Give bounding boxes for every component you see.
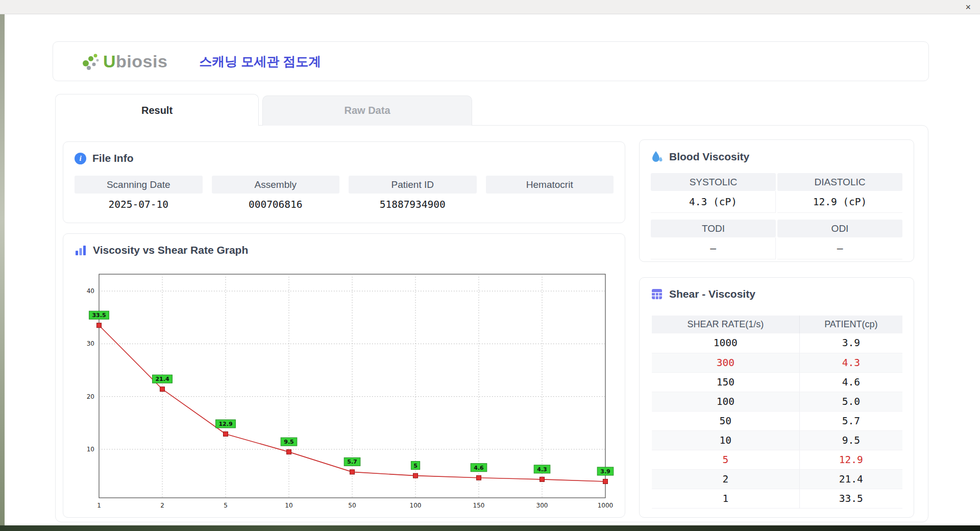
app-window: Ubiosis 스캐닝 모세관 점도계 ResultRaw Data i Fil… bbox=[5, 14, 980, 525]
bv-value: 12.9 (cP) bbox=[777, 191, 902, 213]
app-logo: Ubiosis bbox=[79, 51, 167, 71]
shear-rate-cell: 150 bbox=[652, 372, 799, 392]
table-icon bbox=[651, 288, 663, 300]
window-titlebar: × bbox=[0, 0, 980, 14]
bar-chart-icon bbox=[75, 244, 87, 256]
bv-value: – bbox=[777, 237, 902, 259]
shear-table-header: SHEAR RATE(1/s) bbox=[652, 316, 799, 333]
field-label: Patient ID bbox=[349, 176, 477, 194]
svg-text:4.3: 4.3 bbox=[537, 466, 547, 473]
svg-text:20: 20 bbox=[87, 393, 94, 400]
blood-viscosity-title: Blood Viscosity bbox=[669, 151, 749, 163]
svg-text:12.9: 12.9 bbox=[218, 421, 232, 427]
patient-cell: 4.6 bbox=[799, 372, 902, 392]
bv-label: ODI bbox=[777, 220, 902, 237]
table-row: 109.5 bbox=[652, 430, 902, 450]
shear-rate-cell: 1000 bbox=[652, 333, 799, 353]
blood-viscosity-header: Blood Viscosity bbox=[651, 150, 749, 163]
field-value: 2025-07-10 bbox=[75, 194, 203, 215]
graph-card: 125105010015030010001020304033.521.412.9… bbox=[63, 233, 625, 518]
svg-text:1: 1 bbox=[97, 502, 101, 509]
tabs: ResultRaw Data bbox=[55, 94, 566, 126]
info-icon: i bbox=[75, 153, 86, 164]
svg-text:5.7: 5.7 bbox=[347, 458, 357, 465]
table-row: 3004.3 bbox=[652, 353, 902, 372]
patient-cell: 21.4 bbox=[799, 469, 902, 489]
table-row: 221.4 bbox=[652, 469, 902, 489]
blood-viscosity-card: Blood Viscosity SYSTOLICDIASTOLIC4.3 (cP… bbox=[639, 139, 914, 262]
table-row: 1005.0 bbox=[652, 392, 902, 411]
blood-viscosity-pair: SYSTOLICDIASTOLIC4.3 (cP)12.9 (cP) bbox=[651, 173, 902, 213]
shear-table-header: PATIENT(cp) bbox=[799, 316, 902, 333]
svg-text:30: 30 bbox=[87, 340, 94, 347]
bv-label: SYSTOLIC bbox=[651, 173, 776, 191]
shear-rate-cell: 2 bbox=[652, 469, 799, 489]
shear-viscosity-header: Shear - Viscosity bbox=[651, 288, 755, 300]
svg-text:100: 100 bbox=[410, 502, 422, 509]
shear-rate-cell: 100 bbox=[652, 392, 799, 411]
blood-viscosity-pair: TODIODI–– bbox=[651, 220, 902, 259]
svg-text:10: 10 bbox=[285, 502, 292, 509]
logo-text: Ubiosis bbox=[103, 52, 167, 71]
file-info-title: File Info bbox=[92, 152, 134, 164]
field-label: Scanning Date bbox=[75, 176, 203, 194]
logo-text-u: U bbox=[103, 52, 116, 71]
tab-result[interactable]: Result bbox=[55, 94, 259, 126]
field-value: 51887934900 bbox=[349, 194, 477, 215]
svg-text:3.9: 3.9 bbox=[600, 468, 610, 475]
shear-viscosity-card: Shear - Viscosity SHEAR RATE(1/s)PATIENT… bbox=[639, 277, 914, 518]
svg-text:33.5: 33.5 bbox=[92, 312, 106, 319]
app-title: 스캐닝 모세관 점도계 bbox=[199, 53, 321, 70]
bv-label: DIASTOLIC bbox=[777, 173, 902, 191]
tab-raw-data[interactable]: Raw Data bbox=[262, 95, 472, 126]
svg-text:5: 5 bbox=[224, 502, 228, 509]
blood-viscosity-grid: SYSTOLICDIASTOLIC4.3 (cP)12.9 (cP)TODIOD… bbox=[651, 173, 902, 266]
shear-rate-cell: 50 bbox=[652, 411, 799, 430]
table-row: 1504.6 bbox=[652, 372, 902, 392]
svg-text:5: 5 bbox=[413, 463, 418, 469]
shear-rate-cell: 10 bbox=[652, 430, 799, 450]
svg-text:50: 50 bbox=[348, 502, 356, 509]
table-row: 512.9 bbox=[652, 450, 902, 469]
patient-cell: 5.7 bbox=[799, 411, 902, 430]
svg-text:300: 300 bbox=[536, 502, 548, 509]
shear-viscosity-table: SHEAR RATE(1/s)PATIENT(cp) 10003.93004.3… bbox=[652, 316, 902, 509]
patient-cell: 5.0 bbox=[799, 392, 902, 411]
patient-cell: 33.5 bbox=[799, 489, 902, 508]
svg-text:9.5: 9.5 bbox=[284, 439, 294, 445]
file-info-field: Hematocrit bbox=[486, 176, 614, 215]
graph-header: Viscosity vs Shear Rate Graph bbox=[75, 244, 248, 256]
field-value: 000706816 bbox=[212, 194, 340, 215]
table-row: 133.5 bbox=[652, 489, 902, 508]
patient-cell: 12.9 bbox=[799, 450, 902, 469]
viscosity-chart: 125105010015030010001020304033.521.412.9… bbox=[63, 234, 625, 518]
bv-value: 4.3 (cP) bbox=[651, 191, 776, 213]
logo-text-rest: biosis bbox=[116, 52, 167, 71]
shear-rate-cell: 5 bbox=[652, 450, 799, 469]
svg-text:150: 150 bbox=[473, 502, 485, 509]
file-info-fields: Scanning Date2025-07-10Assembly000706816… bbox=[75, 176, 614, 215]
shear-viscosity-title: Shear - Viscosity bbox=[669, 288, 755, 300]
svg-text:1000: 1000 bbox=[598, 502, 614, 509]
graph-title: Viscosity vs Shear Rate Graph bbox=[93, 244, 248, 256]
table-row: 10003.9 bbox=[652, 333, 902, 353]
svg-text:4.6: 4.6 bbox=[474, 465, 484, 471]
shear-table-body: 10003.93004.31504.61005.0505.7109.5512.9… bbox=[652, 333, 902, 508]
svg-text:40: 40 bbox=[87, 287, 94, 295]
file-info-field: Patient ID51887934900 bbox=[349, 176, 477, 215]
patient-cell: 3.9 bbox=[799, 333, 902, 353]
bv-label: TODI bbox=[651, 220, 776, 237]
svg-text:21.4: 21.4 bbox=[155, 376, 169, 382]
app-header: Ubiosis 스캐닝 모세관 점도계 bbox=[53, 41, 929, 81]
window-close-button[interactable]: × bbox=[965, 2, 971, 13]
file-info-field: Assembly000706816 bbox=[212, 176, 340, 215]
logo-leaf-icon bbox=[79, 51, 101, 71]
table-row: 505.7 bbox=[652, 411, 902, 430]
svg-text:2: 2 bbox=[160, 502, 164, 509]
file-info-field: Scanning Date2025-07-10 bbox=[75, 176, 203, 215]
desktop-bottom-edge bbox=[0, 525, 980, 531]
bv-value: – bbox=[651, 237, 776, 259]
field-label: Hematocrit bbox=[486, 176, 614, 194]
shear-rate-cell: 300 bbox=[652, 353, 799, 372]
svg-text:10: 10 bbox=[87, 446, 94, 453]
